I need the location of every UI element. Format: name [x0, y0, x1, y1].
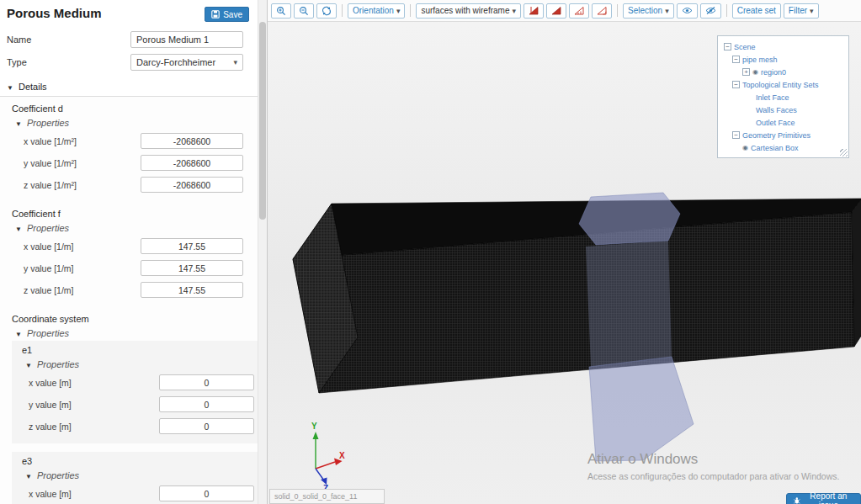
coefficient-f-z-row: z value [1/m]: [24, 282, 243, 298]
viewport-3d: Y X Z: [267, 0, 861, 504]
slice-tool-icon: [551, 6, 561, 15]
tree-item-inlet-face[interactable]: Inlet Face: [720, 91, 846, 103]
report-issue-button[interactable]: Report an issue: [786, 493, 861, 504]
y-axis-label: Y: [311, 422, 317, 431]
type-select[interactable]: Darcy-Forchheimer ▾: [130, 54, 243, 71]
tree-item-outlet-face[interactable]: Outlet Face: [720, 116, 846, 129]
filter-dropdown[interactable]: Filter ▾: [784, 3, 819, 19]
create-set-button[interactable]: Create set: [732, 3, 781, 19]
y-value-label: y value [1/m²]: [24, 158, 77, 168]
coefficient-d-x-input[interactable]: [141, 133, 243, 149]
panel-scrollbar[interactable]: [258, 0, 267, 504]
e1-x-input[interactable]: [159, 374, 254, 390]
name-field-row: Name: [7, 31, 243, 48]
coefficient-d-z-input[interactable]: [141, 177, 243, 193]
z-value-label: z value [1/m]: [24, 285, 74, 295]
details-section-toggle[interactable]: ▼ Details: [0, 79, 258, 97]
name-input[interactable]: [130, 31, 243, 48]
coordinate-system-properties-toggle[interactable]: ▼ Properties: [15, 328, 258, 338]
tree-resize-handle[interactable]: [840, 149, 848, 157]
x-axis-label: X: [339, 451, 345, 460]
hide-selected-button[interactable]: [700, 3, 721, 19]
e1-x-row: x value [m]: [29, 374, 254, 390]
reset-view-icon: [322, 6, 332, 16]
measure-angle-icon: [597, 6, 607, 15]
collapse-toggle-icon[interactable]: −: [732, 81, 740, 88]
scrollbar-thumb[interactable]: [259, 22, 266, 220]
reset-view-button[interactable]: [316, 3, 337, 19]
e3-x-input[interactable]: [159, 485, 254, 501]
visibility-eye-icon[interactable]: ◉: [752, 68, 758, 76]
coefficient-f-title: Coefficient f: [12, 209, 258, 219]
collapse-arrow-icon: ▼: [25, 473, 32, 480]
collapse-arrow-icon: ▼: [15, 120, 22, 128]
e1-z-input[interactable]: [159, 418, 254, 434]
e1-properties-toggle[interactable]: ▼ Properties: [25, 359, 258, 369]
zoom-in-icon: [276, 6, 286, 16]
collapse-toggle-icon[interactable]: −: [732, 56, 740, 63]
zoom-out-button[interactable]: [294, 3, 314, 19]
tree-item-label: Cartesian Box: [751, 144, 799, 152]
expand-toggle-icon[interactable]: +: [742, 68, 750, 76]
page-title: Porous Medium: [7, 6, 102, 20]
tree-item-label: Walls Faces: [756, 106, 797, 114]
tree-item-geometry-primitives[interactable]: − Geometry Primitives: [720, 129, 846, 141]
coefficient-d-title: Coefficient d: [12, 103, 258, 114]
orientation-dropdown[interactable]: Orientation ▾: [348, 3, 405, 19]
e3-properties-toggle[interactable]: ▼ Properties: [25, 470, 258, 480]
coefficient-f-properties-toggle[interactable]: ▼ Properties: [15, 223, 258, 233]
hovered-entity-label: solid_0_solid_0_face_11: [269, 489, 385, 504]
x-value-label: x value [1/m]: [24, 241, 74, 252]
caret-down-icon: ▾: [512, 7, 516, 15]
e1-title: e1: [22, 345, 258, 355]
tree-item-scene[interactable]: − Scene: [720, 40, 846, 53]
eye-icon: [682, 7, 693, 14]
coefficient-f-z-input[interactable]: [141, 282, 243, 298]
cartesian-box-top[interactable]: [579, 193, 680, 245]
z-value-label: z value [m]: [29, 422, 72, 432]
type-select-value: Darcy-Forchheimer: [136, 57, 215, 67]
clip-plane-icon: [529, 6, 539, 15]
measure-distance-button[interactable]: [569, 3, 589, 19]
viewport-toolbar: Orientation ▾ surfaces with wireframe ▾: [268, 0, 861, 22]
coordinate-system-title: Coordinate system: [12, 314, 258, 324]
tree-item-pipe-mesh[interactable]: − pipe mesh: [720, 53, 846, 66]
zoom-in-button[interactable]: [271, 3, 291, 19]
show-selected-button[interactable]: [677, 3, 698, 19]
windows-watermark-subtitle: Acesse as configurações do computador pa…: [587, 471, 839, 481]
cartesian-box-bottom[interactable]: [589, 357, 694, 461]
display-mode-value: surfaces with wireframe: [421, 6, 509, 15]
coefficient-d-y-input[interactable]: [141, 155, 243, 171]
measure-angle-button[interactable]: [592, 3, 612, 19]
tree-item-walls-faces[interactable]: Walls Faces: [720, 103, 846, 116]
tree-item-label: region0: [761, 68, 786, 77]
collapse-arrow-icon: ▼: [7, 84, 13, 92]
create-set-label: Create set: [737, 6, 776, 15]
cartesian-box-front-overlay[interactable]: [586, 241, 672, 367]
pipe-mesh-block[interactable]: [293, 199, 861, 393]
eye-slash-icon: [705, 7, 716, 14]
coefficient-f-x-input[interactable]: [141, 238, 243, 254]
properties-label: Properties: [27, 223, 69, 233]
slice-tool-button[interactable]: [546, 3, 566, 19]
orientation-axes: Y X Z: [311, 422, 345, 493]
coefficient-d-properties-toggle[interactable]: ▼ Properties: [15, 118, 258, 128]
coefficient-f-y-input[interactable]: [141, 260, 243, 276]
toolbar-separator: [617, 4, 618, 17]
tree-item-label: Outlet Face: [756, 119, 795, 127]
clip-plane-button[interactable]: [524, 3, 544, 19]
collapse-toggle-icon[interactable]: −: [732, 131, 740, 139]
coefficient-d-section: Coefficient d ▼ Properties x value [1/m²…: [0, 97, 258, 202]
visibility-eye-icon[interactable]: ◉: [742, 144, 748, 151]
e3-title: e3: [22, 456, 258, 466]
selection-dropdown[interactable]: Selection ▾: [623, 3, 674, 19]
details-label: Details: [19, 82, 47, 92]
collapse-toggle-icon[interactable]: −: [724, 43, 731, 50]
save-button[interactable]: Save: [205, 7, 249, 22]
e1-y-input[interactable]: [159, 396, 254, 412]
tree-item-topological-entity-sets[interactable]: − Topological Entity Sets: [720, 78, 846, 91]
tree-item-region0[interactable]: + ◉ region0: [720, 66, 846, 78]
tree-item-cartesian-box[interactable]: ◉ Cartesian Box: [720, 141, 846, 154]
display-mode-select[interactable]: surfaces with wireframe ▾: [416, 3, 521, 19]
toolbar-separator: [410, 4, 411, 17]
